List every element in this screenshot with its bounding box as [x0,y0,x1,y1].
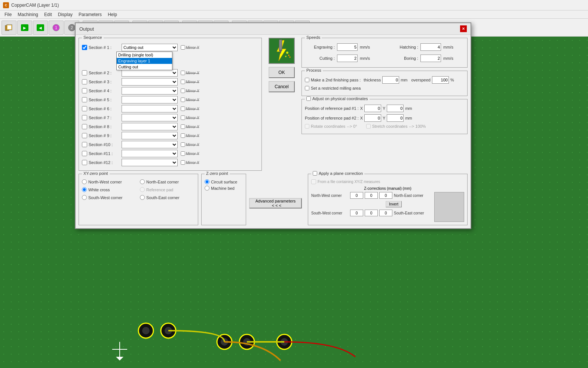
xyzero-white-radio[interactable] [82,187,87,192]
zzero-circuit-radio[interactable] [205,179,209,184]
section-1-mirror[interactable] [181,45,185,50]
adjust-group-title: Adjust on physical coordinates [305,96,370,101]
section-12-mirror[interactable] [181,160,185,165]
section-4-mirror[interactable] [181,89,185,93]
dropdown-item-drilling[interactable]: Drilling (single tool) [117,52,172,58]
xyzero-nw-radio[interactable] [82,179,87,184]
section-7-checkbox[interactable] [82,115,87,120]
ok-button[interactable]: OK [269,67,295,78]
zzero-machine-option[interactable]: Machine bed [205,186,243,191]
xyzero-white-option[interactable]: White cross [82,187,137,192]
advanced-button[interactable]: Advanced parameters < < < [249,198,302,208]
xyzero-se-radio[interactable] [140,195,145,200]
section-11-mirror[interactable] [181,151,185,156]
section-3-label: Section # 3 : [89,80,122,84]
pad1-y-input[interactable] [387,105,404,112]
sw-z-input-2[interactable] [365,210,378,216]
section-3-mirror-label: Mirror X [186,80,199,84]
xyzero-sw-option[interactable]: South-West corner [82,195,137,200]
xyzero-nw-option[interactable]: North-West corner [82,179,137,184]
section-11-select[interactable] [122,150,178,157]
section-12-select[interactable] [122,159,178,166]
boring-row: Boring : mm/s [388,55,464,62]
overspeed-input[interactable] [432,76,449,84]
section-10-mirror[interactable] [181,142,185,147]
thickness-input[interactable] [382,76,399,84]
pad2-x-input[interactable] [364,114,381,122]
section-10-checkbox[interactable] [82,142,87,147]
middle-panel: OK Cancel [265,38,298,171]
section-7-mirror[interactable] [181,115,185,120]
stretch-value: --> 100% [409,124,426,129]
nw-z-input-1[interactable] [350,192,363,199]
nw-z-input-3[interactable] [379,192,392,199]
dropdown-item-engraving[interactable]: Engraving layer 1 [117,58,172,64]
section-8-select[interactable] [122,123,178,130]
section-10-select[interactable] [122,141,178,148]
dropdown-item-cutting[interactable]: Cutting out [117,64,172,70]
sw-z-input-1[interactable] [350,210,363,216]
section-5-checkbox[interactable] [82,97,87,102]
hatching-row: Hatching : mm/s [388,43,464,51]
zzero-circuit-option[interactable]: Circuit surface [205,179,243,184]
stretch-checkbox[interactable] [366,124,371,129]
pad1-x-input[interactable] [364,105,381,112]
invert-button[interactable]: Invert [386,201,402,207]
speeds-group-title: Speeds [305,35,322,40]
section-2-checkbox[interactable] [82,70,87,75]
xyzero-refpad-radio[interactable] [140,187,145,192]
section-6-mirror[interactable] [181,106,185,111]
section-12-checkbox[interactable] [82,160,87,165]
section-5-select[interactable] [122,96,178,103]
section-3-select[interactable] [122,78,178,86]
section-6-label: Section # 6 : [89,106,122,111]
engraving-input[interactable] [337,43,358,51]
section-6-select[interactable] [122,105,178,112]
boring-input[interactable] [420,55,441,62]
section-9-select[interactable] [122,132,178,139]
hatching-input[interactable] [420,43,441,51]
section-5-mirror[interactable] [181,98,185,102]
section-1-select[interactable]: Drilling (single tool) Engraving layer 1… [122,44,178,51]
dialog-title-bar: Output × [76,23,471,35]
section-2-mirror[interactable] [181,71,185,75]
section-2-select[interactable] [122,69,178,77]
restricted-checkbox[interactable] [305,86,309,90]
zzero-machine-radio[interactable] [205,186,209,191]
section-8-mirror[interactable] [181,124,185,129]
section-9-mirror[interactable] [181,133,185,138]
section-1-dropdown[interactable]: Drilling (single tool) Engraving layer 1… [116,52,172,70]
plane-checkbox[interactable] [313,171,317,176]
section-1-checkbox[interactable] [82,45,87,50]
section-9-checkbox[interactable] [82,133,87,138]
section-6-checkbox[interactable] [82,106,87,111]
section-7-select[interactable] [122,114,178,121]
section-4-select[interactable] [122,87,178,95]
dialog-body: Sequence Section # 1 : Drilling (single … [76,35,471,174]
xyzero-group: XY-zero point North-West corner North-Ea… [79,174,198,225]
rotate-checkbox[interactable] [305,124,309,129]
pad2-y-input[interactable] [387,114,404,122]
from-file-checkbox[interactable] [311,179,316,184]
xyzero-ne-option[interactable]: North-East corner [140,179,195,184]
cutting-input[interactable] [337,55,358,62]
dialog-close-button[interactable]: × [460,25,467,32]
cancel-button[interactable]: Cancel [269,81,295,92]
section-8-checkbox[interactable] [82,124,87,129]
section-4-checkbox[interactable] [82,88,87,93]
plane-correction-visual [434,192,464,222]
section-11-checkbox[interactable] [82,151,87,156]
xyzero-ne-radio[interactable] [140,179,145,184]
adjust-checkbox[interactable] [306,96,311,101]
cutting-unit: mm/s [360,56,371,61]
restricted-row: Set a restricted milling area [305,86,464,90]
sequence-group-title: Sequence [82,35,104,40]
section-3-checkbox[interactable] [82,79,87,84]
xyzero-sw-radio[interactable] [82,195,87,200]
xyzero-refpad-option[interactable]: Reference pad [140,187,195,192]
sw-z-input-3[interactable] [379,210,392,216]
nw-z-input-2[interactable] [365,192,378,199]
finishing-pass-checkbox[interactable] [305,78,309,82]
section-3-mirror[interactable] [181,80,185,84]
xyzero-se-option[interactable]: South-East corner [140,195,195,200]
